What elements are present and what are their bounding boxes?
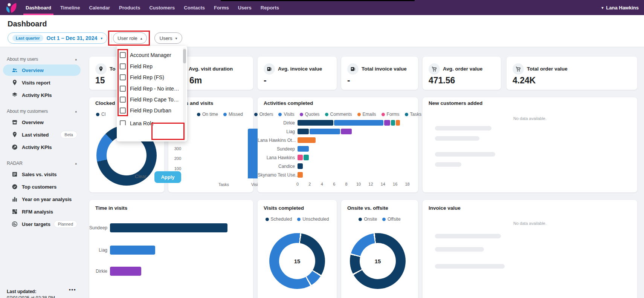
user-menu[interactable]: ▾ Lana Hawkins — [601, 0, 639, 15]
legend-label: Quotes — [305, 112, 320, 117]
legend-dot-icon — [197, 113, 200, 116]
role-option-field-rep-no-integrat-[interactable]: Field Rep - No integrat... — [117, 83, 181, 94]
stacked-bar-row — [298, 120, 400, 126]
chevron-up-icon[interactable]: ▴ — [75, 109, 77, 113]
role-options-list: Account ManagerField RepField Rep (FS)Fi… — [117, 46, 187, 125]
scrollbar-thumb[interactable] — [183, 49, 186, 63]
kpi-card-5: Total order value4.24K — [507, 57, 637, 90]
row-label: Candice — [258, 164, 295, 169]
target-icon — [11, 221, 18, 227]
sidebar-item-label: Year on year analysis — [22, 197, 72, 202]
pin-icon — [11, 79, 18, 86]
kpi-label: To — [110, 66, 116, 72]
sidebar-item-label: RFM analysis — [22, 209, 53, 215]
grid-icon — [11, 208, 18, 215]
sidebar-item-user-targets[interactable]: User targetsPlanned — [3, 218, 81, 230]
nav-item-calendar[interactable]: Calendar — [84, 0, 114, 15]
kpi-value: - — [347, 75, 350, 86]
sidebar-item-visits-report[interactable]: Visits report — [3, 77, 81, 88]
store-icon — [11, 119, 18, 126]
status-badge: Beta — [61, 131, 77, 138]
stacked-bar-row — [298, 155, 309, 160]
sidebar: About my users▴OverviewVisits reportActi… — [0, 48, 84, 298]
checkbox-unchecked-icon[interactable] — [120, 63, 126, 69]
kpi-label: Avg. invoice value — [278, 66, 322, 72]
legend-dot-icon — [359, 218, 362, 221]
kpi-card-4: Avg. order value471.56 — [423, 57, 501, 90]
nav-item-customers[interactable]: Customers — [145, 0, 179, 15]
nav-item-products[interactable]: Products — [114, 0, 145, 15]
role-option-label: Field Rep - No integrat... — [130, 86, 180, 92]
stacked-bar-row — [298, 163, 303, 169]
legend-label: Comments — [330, 112, 352, 117]
checkbox-unchecked-icon[interactable] — [120, 120, 126, 125]
clear-button[interactable]: Clear — [135, 174, 147, 179]
role-option-field-rep-cape-town[interactable]: Field Rep Cape Town — [117, 94, 181, 105]
role-option-field-rep-durban[interactable]: Field Rep Durban — [117, 105, 181, 116]
chart-legend: OrdersVisitsQuotesCommentsEmailsFormsTas… — [258, 112, 418, 117]
x-axis-tick: 4 — [319, 182, 325, 186]
checkbox-unchecked-icon[interactable] — [120, 74, 126, 80]
invoice-icon — [264, 63, 275, 75]
role-option-field-rep-fs-[interactable]: Field Rep (FS) — [117, 72, 181, 83]
role-option-partial[interactable]: Lana Role — [117, 118, 181, 125]
sidebar-item-label: Activity KPIs — [22, 144, 52, 150]
app-window: DashboardTimelineCalendarProductsCustome… — [0, 0, 644, 298]
sidebar-item-year-on-year-analysis[interactable]: Year on year analysis — [3, 194, 81, 205]
apply-button[interactable]: Apply — [154, 171, 181, 183]
x-axis-tick: 6 — [331, 182, 337, 186]
sidebar-item-activity-kpis[interactable]: Activity KPIs — [3, 141, 81, 153]
date-range-filter[interactable]: Last quarter Oct 1 – Dec 31, 2024 ▾ — [8, 32, 107, 44]
overflow-menu-icon[interactable]: ••• — [69, 287, 76, 292]
skeleton-bar — [435, 234, 501, 238]
nav-item-users[interactable]: Users — [233, 0, 256, 15]
sidebar-item-last-visited[interactable]: Last visitedBeta — [3, 129, 81, 140]
date-range-chip: Last quarter — [12, 35, 43, 41]
checkbox-unchecked-icon[interactable] — [120, 86, 126, 92]
legend-item-comments: Comments — [325, 112, 352, 117]
sidebar-item-rfm-analysis[interactable]: RFM analysis — [3, 206, 81, 217]
sidebar-item-overview[interactable]: Overview — [3, 117, 81, 128]
x-axis-tick: 10 — [356, 182, 362, 186]
role-option-account-manager[interactable]: Account Manager — [117, 49, 181, 61]
checkbox-unchecked-icon[interactable] — [120, 108, 126, 114]
nav-item-timeline[interactable]: Timeline — [56, 0, 85, 15]
invoice-icon — [266, 66, 272, 72]
legend-dot-icon — [254, 113, 258, 116]
legend-dot-icon — [266, 218, 269, 221]
cart-icon — [513, 63, 524, 75]
main-nav: DashboardTimelineCalendarProductsCustome… — [21, 0, 284, 15]
sidebar-item-activity-kpis[interactable]: Activity KPIs — [3, 89, 81, 101]
new-customers-card: New customers added No data available. — [423, 97, 637, 192]
users-filter[interactable]: Users ▾ — [154, 32, 182, 44]
invoice-icon — [350, 66, 356, 72]
checkbox-unchecked-icon[interactable] — [120, 97, 126, 103]
bar-segment-quotes — [341, 129, 352, 134]
donut-chart-onsite_vs_offsite: 15 — [350, 233, 406, 289]
bar-segment-forms — [298, 155, 303, 160]
nav-item-contacts[interactable]: Contacts — [179, 0, 209, 15]
chart-legend: OnsiteOffsite — [341, 217, 418, 222]
time-bar-dirkie — [110, 267, 141, 276]
legend-item-scheduled: Scheduled — [266, 217, 292, 222]
dropdown-scrollbar[interactable] — [183, 48, 186, 140]
sidebar-item-sales-vs-visits[interactable]: Sales vs. visits — [3, 169, 81, 180]
user-role-dropdown: Account ManagerField RepField Rep (FS)Fi… — [117, 46, 187, 141]
chevron-up-icon[interactable]: ▴ — [75, 161, 77, 165]
x-axis-tick: 0 — [295, 182, 301, 186]
user-role-filter-label: User role — [118, 35, 137, 41]
role-option-label: Lana Role — [130, 120, 154, 125]
checkbox-unchecked-icon[interactable] — [120, 52, 126, 58]
sidebar-item-top-customers[interactable]: Top customers — [3, 181, 81, 192]
nav-item-dashboard[interactable]: Dashboard — [21, 0, 56, 15]
role-option-field-rep[interactable]: Field Rep — [117, 61, 181, 72]
legend-label: Forms — [387, 112, 400, 117]
skynamo-logo-icon[interactable] — [5, 2, 17, 13]
nav-item-reports[interactable]: Reports — [256, 0, 284, 15]
chevron-up-icon[interactable]: ▴ — [75, 57, 77, 61]
nav-item-forms[interactable]: Forms — [209, 0, 233, 15]
legend-label: Offsite — [388, 217, 400, 222]
user-role-filter[interactable]: User role ▴ — [113, 32, 147, 44]
legend-dot-icon — [382, 113, 385, 116]
sidebar-item-overview[interactable]: Overview — [3, 65, 81, 76]
